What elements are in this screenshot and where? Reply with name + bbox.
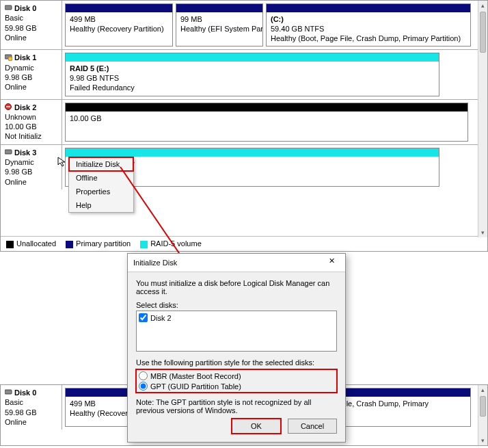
- partition-size: 99 MB: [180, 15, 258, 25]
- partition-size: 59.40 GB NTFS: [271, 25, 466, 34]
- disk-checkbox-row[interactable]: Disk 2: [139, 313, 334, 322]
- partition-status: Healthy (EFI System Partit: [180, 25, 258, 34]
- disk-header[interactable]: Disk 3Dynamic9.98 GBOnline: [1, 145, 62, 189]
- scrollbar-vertical-bottom[interactable]: ▴ ▾: [478, 385, 487, 445]
- disk-management-top-panel: Disk 0Basic59.98 GBOnline499 MBHealthy (…: [0, 0, 488, 252]
- legend-unallocated-label: Unallocated: [16, 239, 56, 248]
- close-icon[interactable]: ✕: [323, 256, 340, 269]
- ok-button[interactable]: OK: [232, 419, 281, 434]
- disk-size: 59.98 GB: [5, 23, 57, 33]
- disk-type: Dynamic: [5, 63, 57, 73]
- context-menu-item[interactable]: Properties: [69, 185, 133, 198]
- scrollbar-thumb[interactable]: [480, 396, 486, 417]
- mbr-radio-row[interactable]: MBR (Master Boot Record): [139, 371, 334, 381]
- partition-size: 499 MB: [70, 15, 168, 25]
- dialog-intro-text: You must initialize a disk before Logica…: [136, 279, 337, 295]
- scrollbar-up-arrow[interactable]: ▴: [478, 385, 487, 395]
- partition-style-label: Use the following partition style for th…: [136, 358, 337, 367]
- svg-rect-5: [5, 150, 12, 154]
- disk-type: Dynamic: [5, 157, 57, 167]
- scrollbar-down-arrow[interactable]: ▾: [478, 228, 487, 237]
- legend-unallocated: Unallocated: [6, 239, 56, 248]
- disk-status: Online: [5, 177, 57, 187]
- disk-row[interactable]: Disk 1Dynamic9.98 GBOnlineRAID 5 (E:)9.9…: [1, 50, 487, 99]
- initialize-disk-dialog: Initialize Disk ✕ You must initialize a …: [127, 253, 346, 443]
- disk-type: Basic: [5, 13, 57, 23]
- disk-row[interactable]: Disk 2Unknown10.00 GBNot Initializ10.00 …: [1, 100, 487, 145]
- dialog-titlebar: Initialize Disk ✕: [128, 254, 345, 272]
- disk-header[interactable]: Disk 1Dynamic9.98 GBOnline: [1, 50, 62, 98]
- partitions-container: RAID 5 (E:)9.98 GB NTFSFailed Redundancy: [62, 50, 487, 98]
- disk-header[interactable]: Disk 2Unknown10.00 GBNot Initializ: [1, 100, 62, 144]
- disk2-checkbox-label: Disk 2: [150, 314, 172, 322]
- disk2-checkbox[interactable]: [139, 313, 148, 322]
- svg-rect-0: [5, 5, 12, 10]
- gpt-radio-label: GPT (GUID Partition Table): [150, 382, 241, 391]
- disk-icon: [5, 103, 12, 111]
- partition-size: 10.00 GB: [70, 114, 463, 124]
- legend-primary-label: Primary partition: [76, 239, 131, 248]
- disk-header[interactable]: Disk 0Basic59.98 GBOnline: [1, 385, 62, 430]
- partition-size: 9.98 GB NTFS: [70, 74, 435, 83]
- disk-icon: [5, 53, 12, 61]
- partition[interactable]: (C:)59.40 GB NTFSHealthy (Boot, Page Fil…: [266, 3, 471, 47]
- partition-color-bar: [66, 148, 439, 157]
- partition[interactable]: RAID 5 (E:)9.98 GB NTFSFailed Redundancy: [65, 53, 439, 96]
- context-menu: Initialize DiskOfflinePropertiesHelp: [68, 157, 134, 213]
- disk-icon: [5, 148, 12, 156]
- disk-type: Basic: [5, 397, 57, 407]
- disk-status: Online: [5, 33, 57, 42]
- disk-status: Online: [5, 417, 57, 427]
- cursor-icon: [57, 157, 68, 168]
- partition-status: Failed Redundancy: [70, 83, 435, 93]
- mbr-radio[interactable]: [139, 371, 148, 380]
- legend-primary: Primary partition: [66, 239, 131, 248]
- scrollbar-down-arrow[interactable]: ▾: [478, 436, 487, 445]
- partition[interactable]: 99 MBHealthy (EFI System Partit: [176, 3, 263, 47]
- disk-size: 10.00 GB: [5, 122, 57, 131]
- partitions-container: 499 MBHealthy (Recovery Partition)99 MBH…: [62, 1, 487, 49]
- partition-color-bar: [267, 4, 470, 12]
- disk-header[interactable]: Disk 0Basic59.98 GBOnline: [1, 1, 62, 49]
- partition[interactable]: 499 MBHealthy (Recovery Partition): [65, 3, 173, 47]
- partition-color-bar: [66, 53, 439, 62]
- cancel-button[interactable]: Cancel: [288, 419, 337, 434]
- gpt-radio[interactable]: [139, 382, 148, 391]
- context-menu-item[interactable]: Initialize Disk: [69, 157, 133, 171]
- scrollbar-vertical[interactable]: ▴ ▾: [478, 1, 487, 237]
- disk-size: 9.98 GB: [5, 167, 57, 176]
- mbr-radio-label: MBR (Master Boot Record): [150, 372, 241, 380]
- partition-title: RAID 5 (E:): [70, 64, 435, 74]
- disk-size: 9.98 GB: [5, 73, 57, 82]
- select-disks-listbox[interactable]: Disk 2: [136, 311, 337, 352]
- partitions-container: 10.00 GB: [62, 100, 487, 144]
- partition-color-bar: [176, 4, 262, 12]
- disk-type: Unknown: [5, 112, 57, 122]
- svg-point-2: [8, 57, 12, 61]
- svg-rect-7: [5, 390, 12, 394]
- select-disks-label: Select disks:: [136, 301, 337, 309]
- legend-bar: Unallocated Primary partition RAID-5 vol…: [1, 236, 478, 251]
- partition-status: Healthy (Boot, Page File, Crash Dump, Pr…: [271, 34, 466, 44]
- context-menu-item[interactable]: Help: [69, 198, 133, 212]
- partition-color-bar: [66, 103, 467, 111]
- disk-icon: [5, 4, 12, 12]
- partition[interactable]: 10.00 GB: [65, 103, 468, 142]
- disk-status: Not Initializ: [5, 131, 57, 141]
- partition-color-bar: [66, 4, 172, 12]
- disk-status: Online: [5, 82, 57, 92]
- context-menu-item[interactable]: Offline: [69, 171, 133, 185]
- partition-style-radio-group: MBR (Master Boot Record) GPT (GUID Parti…: [136, 369, 337, 393]
- gpt-note-text: Note: The GPT partition style is not rec…: [136, 398, 337, 414]
- legend-raid5-label: RAID-5 volume: [150, 239, 202, 248]
- disk-row[interactable]: Disk 0Basic59.98 GBOnline499 MBHealthy (…: [1, 1, 487, 50]
- gpt-radio-row[interactable]: GPT (GUID Partition Table): [139, 381, 334, 391]
- partition-status: Healthy (Recovery Partition): [70, 25, 168, 34]
- disk-icon: [5, 388, 12, 396]
- dialog-title: Initialize Disk: [133, 259, 177, 267]
- scrollbar-thumb[interactable]: [480, 12, 486, 53]
- legend-raid5: RAID-5 volume: [140, 239, 202, 248]
- disk-size: 59.98 GB: [5, 408, 57, 417]
- partition-title: (C:): [271, 15, 466, 25]
- scrollbar-up-arrow[interactable]: ▴: [478, 1, 487, 10]
